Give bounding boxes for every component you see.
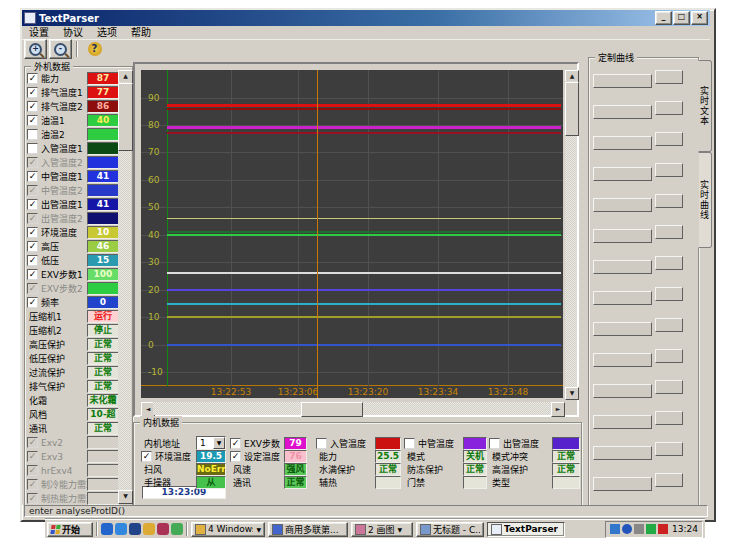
help-button[interactable]: ?	[84, 40, 105, 58]
y-tick-label: 0	[148, 340, 154, 350]
sidebar-status-label: 通讯	[29, 424, 47, 434]
indoor-checkbox[interactable]: ✓	[230, 438, 241, 449]
sidebar-item: 油温2	[27, 127, 119, 141]
x-axis-strip: 13:22:5313:23:0613:23:2013:23:3413:23:48	[141, 385, 563, 398]
custom-curve-slot	[593, 167, 652, 181]
indoor-label-text: 水满保护	[319, 465, 355, 475]
custom-curve-slot	[593, 353, 652, 367]
custom-curve-slot	[593, 415, 652, 429]
chevron-down-icon[interactable]: ▼	[398, 526, 403, 533]
tray-icon-3[interactable]	[634, 524, 644, 534]
sidebar-checkbox[interactable]	[27, 129, 38, 140]
menu-item-2[interactable]: 选项	[90, 26, 124, 39]
taskbar-button-1[interactable]: 商用多联第...	[268, 522, 348, 537]
messenger-icon[interactable]	[171, 523, 183, 535]
tab-realtime-curve[interactable]: 实时曲线	[698, 152, 712, 248]
menu-item-0[interactable]: 设置	[22, 26, 56, 39]
indoor-label: 防冻保护	[404, 463, 443, 475]
taskbar-button-4[interactable]: TextParser	[487, 522, 565, 537]
sidebar-checkbox[interactable]: ✓	[27, 101, 38, 112]
sidebar-checkbox[interactable]: ✓	[27, 241, 38, 252]
tray-icon-4[interactable]	[646, 524, 656, 534]
sidebar-item-label: 频率	[41, 298, 59, 308]
custom-curve-value-slot	[655, 70, 683, 84]
indoor-label: 内机地址	[141, 437, 180, 449]
sidebar-checkbox[interactable]: ✓	[27, 227, 38, 238]
tray-icon-5[interactable]	[658, 524, 668, 534]
sidebar-scroll-down-icon[interactable]: ▼	[118, 490, 133, 504]
indoor-checkbox[interactable]	[489, 438, 500, 449]
custom-curve-value-slot	[655, 380, 683, 394]
chevron-down-icon[interactable]: ▼	[256, 526, 261, 533]
indoor-checkbox[interactable]: ✓	[141, 451, 152, 462]
taskbar-button-label: TextParser	[504, 524, 558, 534]
indoor-checkbox[interactable]: ✓	[230, 451, 241, 462]
sidebar-value-box: 100	[87, 268, 119, 281]
app-icon	[24, 12, 36, 24]
msn-icon[interactable]	[129, 523, 141, 535]
indoor-label: 门禁	[404, 476, 425, 488]
custom-curve-slot	[593, 291, 652, 305]
chart-scroll-down-icon[interactable]: ▼	[565, 387, 579, 400]
indoor-checkbox[interactable]	[404, 438, 415, 449]
indoor-label: 入管温度	[316, 437, 366, 449]
chart-plot[interactable]: 9080706050403020100-1013:22:5313:23:0613…	[141, 70, 563, 398]
chevron-down-icon[interactable]: ▼	[213, 437, 225, 449]
indoor-label-text: 辅热	[319, 478, 337, 488]
indoor-data-group: 内机数据 13:23:09 内机地址✓环境温度扫风手操器1▼19.5NoErr从…	[133, 422, 582, 510]
sidebar-item-label: 出管温度1	[41, 200, 83, 210]
close-button[interactable]: ×	[691, 11, 708, 25]
sidebar-disabled-row: ✓Exv2	[27, 435, 119, 449]
sidebar-status-value: 正常	[87, 352, 119, 365]
ie-icon[interactable]	[101, 523, 113, 535]
indoor-checkbox[interactable]	[316, 438, 327, 449]
chart-hscroll-thumb[interactable]	[301, 402, 363, 417]
indoor-label: 模式	[404, 450, 425, 462]
sidebar-checkbox[interactable]	[27, 143, 38, 154]
sidebar-value-box: 10	[87, 226, 119, 239]
sidebar-status-row: 化霜未化霜	[27, 393, 119, 407]
restore-button[interactable]: □	[673, 11, 690, 25]
zoom-in-button[interactable]: +	[24, 39, 47, 59]
sidebar-checkbox[interactable]: ✓	[27, 255, 38, 266]
start-button[interactable]: 开始	[47, 522, 93, 537]
mail-icon[interactable]	[115, 523, 127, 535]
sidebar-checkbox[interactable]: ✓	[27, 171, 38, 182]
time-cursor[interactable]	[317, 70, 318, 398]
taskbar-button-2[interactable]: 2 画图▼	[351, 522, 413, 537]
indoor-value-box: 正常	[552, 463, 580, 476]
window-title: TextParser	[39, 13, 99, 24]
sidebar-checkbox: ✓	[27, 493, 38, 504]
chart-scroll-right-icon[interactable]: ►	[551, 402, 565, 417]
minimize-button[interactable]: _	[655, 11, 672, 25]
sidebar-checkbox[interactable]: ✓	[27, 269, 38, 280]
menu-item-1[interactable]: 协议	[56, 26, 90, 39]
sidebar-item: ✓出管温度141	[27, 197, 119, 211]
indoor-address-select[interactable]: 1▼	[196, 436, 226, 450]
chart-vscroll-thumb[interactable]	[565, 82, 579, 136]
sidebar-disabled-label: Exv3	[41, 452, 63, 462]
sidebar-item: ✓EXV步数2	[27, 281, 119, 295]
taskbar-button-0[interactable]: 4 Windows...▼	[191, 522, 265, 537]
indoor-field: 从	[196, 476, 226, 489]
sidebar-checkbox[interactable]: ✓	[27, 297, 38, 308]
zoom-out-button[interactable]: -	[49, 39, 72, 59]
tray-icon-1[interactable]	[610, 524, 620, 534]
tab-realtime-text[interactable]: 实时文本	[698, 60, 712, 152]
sidebar-checkbox[interactable]: ✓	[27, 115, 38, 126]
series-line-0	[167, 344, 561, 346]
indoor-address-value: 1	[197, 438, 213, 449]
toolbar-separator	[76, 41, 78, 57]
sidebar-checkbox[interactable]: ✓	[27, 199, 38, 210]
tray-icon-2[interactable]	[622, 524, 632, 534]
menu-item-3[interactable]: 帮助	[124, 26, 158, 39]
sidebar-scroll-thumb[interactable]	[118, 83, 133, 151]
sidebar-status-value: 停止	[87, 324, 119, 337]
sidebar-checkbox[interactable]: ✓	[27, 73, 38, 84]
media-icon[interactable]	[143, 523, 155, 535]
security-icon[interactable]	[157, 523, 169, 535]
indoor-value-box: 正常	[463, 463, 487, 476]
y-tick-label: 30	[148, 257, 159, 267]
sidebar-checkbox[interactable]: ✓	[27, 87, 38, 98]
taskbar-button-3[interactable]: 无标题 - C...	[416, 522, 484, 537]
